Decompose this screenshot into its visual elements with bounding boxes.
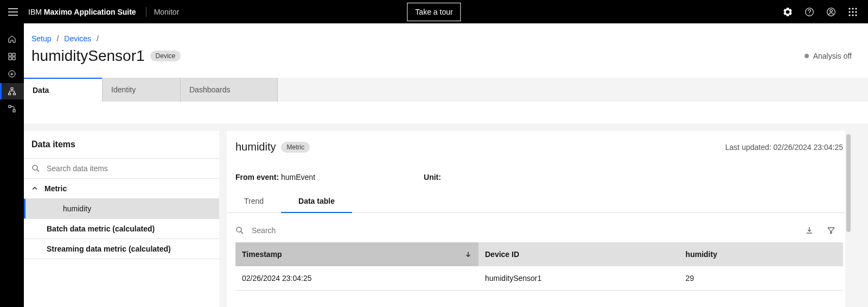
from-event-value: humEvent xyxy=(281,173,315,181)
chevron-up-icon xyxy=(31,185,38,192)
svg-point-12 xyxy=(855,14,857,16)
tab-identity[interactable]: Identity xyxy=(102,78,180,102)
svg-point-9 xyxy=(855,11,857,12)
col-device-id[interactable]: Device ID xyxy=(478,242,679,266)
col-timestamp-label: Timestamp xyxy=(242,250,282,259)
metric-meta: From event: humEvent Unit: xyxy=(227,156,852,187)
compass-icon xyxy=(8,70,16,78)
tree-item-humidity-label: humidity xyxy=(63,204,91,213)
col-humidity-label: humidity xyxy=(686,250,717,259)
help-icon xyxy=(805,7,814,17)
analysis-status-label: Analysis off xyxy=(813,52,852,60)
tree-group-metric[interactable]: Metric xyxy=(24,179,219,199)
help-button[interactable] xyxy=(799,0,820,23)
gear-icon xyxy=(783,7,793,17)
cell-device-id: humiditySensor1 xyxy=(478,266,679,291)
svg-point-4 xyxy=(848,8,850,9)
data-items-search[interactable] xyxy=(24,158,219,179)
tree-item-humidity[interactable]: humidity xyxy=(24,199,219,219)
svg-point-5 xyxy=(852,8,853,9)
integration-icon xyxy=(8,104,16,113)
page-title: humiditySensor1 xyxy=(31,47,145,65)
last-updated-value: 02/26/2024 23:04:25 xyxy=(774,143,843,152)
sub-tab-data-table[interactable]: Data table xyxy=(281,190,352,213)
last-updated-label: Last updated: xyxy=(725,143,771,152)
svg-rect-19 xyxy=(9,93,11,95)
app-name: Monitor xyxy=(154,8,180,16)
menu-toggle[interactable] xyxy=(0,0,26,23)
table-search-input[interactable] xyxy=(252,226,797,235)
from-event-label: From event: xyxy=(235,173,279,181)
tree-group-streaming-label: Streaming data metric (calculated) xyxy=(47,245,171,253)
svg-rect-18 xyxy=(11,88,13,90)
svg-rect-15 xyxy=(9,57,11,60)
data-items-panel: Data items Metric humidity Batch data me… xyxy=(24,131,219,307)
data-table: Timestamp Device ID humidity xyxy=(235,242,843,291)
svg-point-7 xyxy=(848,11,850,12)
table-header-row: Timestamp Device ID humidity xyxy=(235,242,843,266)
svg-point-24 xyxy=(237,227,241,232)
download-button[interactable] xyxy=(805,226,814,235)
rail-dashboard[interactable] xyxy=(0,48,24,65)
metric-title: humidity xyxy=(235,141,276,153)
home-icon xyxy=(8,35,16,43)
main-content: Setup / Devices / humiditySensor1 Device… xyxy=(24,23,868,307)
svg-rect-22 xyxy=(13,110,15,112)
download-icon xyxy=(805,226,814,235)
hamburger-icon xyxy=(8,8,18,16)
svg-rect-20 xyxy=(14,93,16,95)
breadcrumb-devices[interactable]: Devices xyxy=(64,34,91,43)
scrollbar-thumb[interactable] xyxy=(846,134,851,232)
breadcrumb: Setup / Devices / xyxy=(24,23,868,47)
svg-point-6 xyxy=(855,8,857,9)
hierarchy-icon xyxy=(8,87,16,96)
search-icon xyxy=(235,226,244,235)
brand-suffix: Maximo Application Suite xyxy=(44,8,136,16)
table-toolbar xyxy=(227,213,852,242)
brand-prefix: IBM xyxy=(28,8,42,16)
table-row[interactable]: 02/26/2024 23:04:25 humiditySensor1 29 xyxy=(235,266,843,291)
tree-group-streaming[interactable]: Streaming data metric (calculated) xyxy=(24,239,219,259)
search-icon xyxy=(31,164,40,173)
app-switcher-icon xyxy=(848,7,858,17)
svg-point-8 xyxy=(852,11,853,12)
settings-button[interactable] xyxy=(777,0,799,23)
sub-tab-trend[interactable]: Trend xyxy=(227,190,281,212)
user-icon xyxy=(826,7,836,17)
rail-explore[interactable] xyxy=(0,66,24,82)
left-nav-rail xyxy=(0,23,24,307)
svg-point-3 xyxy=(830,9,833,12)
svg-rect-21 xyxy=(9,105,11,108)
page-title-row: humiditySensor1 Device Analysis off xyxy=(24,47,868,65)
rail-setup[interactable] xyxy=(0,83,24,99)
device-chip: Device xyxy=(150,51,181,61)
brand: IBM Maximo Application Suite xyxy=(26,8,138,16)
user-button[interactable] xyxy=(820,0,842,23)
analysis-status: Analysis off xyxy=(805,52,852,60)
tree-group-batch[interactable]: Batch data metric (calculated) xyxy=(24,219,219,239)
main-tabs: Data Identity Dashboards xyxy=(24,78,868,102)
unit: Unit: xyxy=(424,173,441,181)
data-items-title: Data items xyxy=(24,131,219,158)
sort-desc-icon xyxy=(464,250,472,258)
take-tour-button[interactable]: Take a tour xyxy=(407,3,461,21)
col-timestamp[interactable]: Timestamp xyxy=(235,242,478,266)
cell-timestamp: 02/26/2024 23:04:25 xyxy=(235,266,478,291)
svg-point-17 xyxy=(9,71,15,77)
metric-chip: Metric xyxy=(281,142,310,153)
data-items-search-input[interactable] xyxy=(47,164,212,173)
breadcrumb-setup[interactable]: Setup xyxy=(31,34,52,43)
tab-data[interactable]: Data xyxy=(24,78,102,102)
breadcrumb-sep: / xyxy=(53,34,62,43)
filter-button[interactable] xyxy=(827,226,835,235)
dashboard-icon xyxy=(8,52,16,61)
rail-home[interactable] xyxy=(0,31,24,47)
tab-dashboards[interactable]: Dashboards xyxy=(180,78,278,102)
col-humidity[interactable]: humidity xyxy=(679,242,843,266)
header-actions xyxy=(777,0,868,23)
rail-integrations[interactable] xyxy=(0,101,24,117)
scrollbar[interactable] xyxy=(845,131,852,307)
app-switcher-button[interactable] xyxy=(842,0,864,23)
svg-point-11 xyxy=(852,14,853,16)
svg-point-1 xyxy=(809,14,809,14)
